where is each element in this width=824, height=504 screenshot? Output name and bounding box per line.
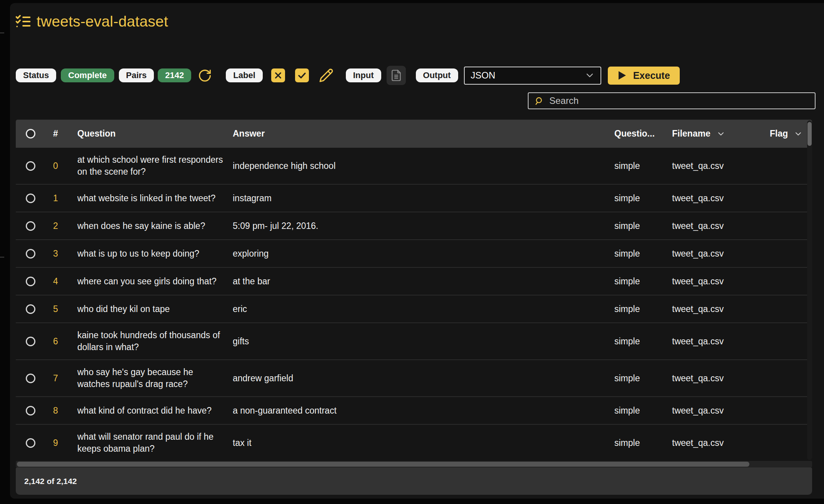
row-answer: tax it [233,437,614,449]
status-value-chip: Complete [61,68,114,82]
row-index: 5 [45,303,77,315]
row-question: where can you see girls doing that? [77,275,233,287]
row-select-radio[interactable] [26,374,35,383]
row-question-type: simple [614,192,672,204]
table-row[interactable]: 5 who did they kil on tape eric simple t… [16,295,812,322]
row-question: when does he say kaine is able? [77,220,233,232]
row-filename: tweet_qa.csv [672,160,770,172]
row-index: 1 [45,192,77,204]
label-clear-button[interactable] [271,68,285,82]
row-question-type: simple [614,275,672,287]
horizontal-scrollbar[interactable] [16,461,812,467]
row-select-radio[interactable] [26,406,35,416]
table-row[interactable]: 7 who say he's gay because he watches ru… [16,359,812,396]
row-answer: a non-guaranteed contract [233,405,614,417]
row-answer: gifts [233,335,614,347]
row-select-radio[interactable] [26,161,35,171]
input-label-chip: Input [346,68,381,82]
row-index: 3 [45,248,77,260]
column-header-filename[interactable]: Filename [672,129,770,139]
row-question: who did they kil on tape [77,303,233,315]
table-body: 0 at which school were first responders … [16,148,812,461]
search-row [528,92,816,109]
row-question: kaine took hundreds of thousands of doll… [77,329,233,353]
row-filename: tweet_qa.csv [672,192,770,204]
column-header-question-type: Questio... [614,129,672,139]
column-header-index: # [45,129,77,139]
row-question: what kind of contract did he have? [77,405,233,417]
output-label-chip: Output [416,68,458,82]
row-select-radio[interactable] [26,249,35,259]
rail-tick [0,257,4,258]
status-label-chip: Status [16,68,56,82]
label-apply-button[interactable] [295,68,309,82]
toolbar: Status Complete Pairs 2142 Label [16,66,680,85]
row-filename: tweet_qa.csv [672,303,770,315]
search-box[interactable] [528,92,816,109]
row-filename: tweet_qa.csv [672,405,770,417]
row-question-type: simple [614,220,672,232]
row-question: what website is linked in the tweet? [77,192,233,204]
row-select-radio[interactable] [26,304,35,314]
table-header: # Question Answer Questio... Filename Fl… [16,120,812,148]
row-count: 2,142 of 2,142 [24,477,77,486]
row-select-radio[interactable] [26,221,35,231]
table-footer: 2,142 of 2,142 [16,467,812,495]
row-select-radio[interactable] [26,277,35,286]
table-row[interactable]: 2 when does he say kaine is able? 5:09 p… [16,212,812,239]
row-question: what will senator rand paul do if he kee… [77,431,233,455]
column-header-flag-label: Flag [770,129,788,139]
row-index: 7 [45,372,77,384]
pairs-value-chip: 2142 [158,68,191,82]
vertical-scrollbar[interactable] [807,120,812,460]
row-question-type: simple [614,372,672,384]
vertical-scrollbar-thumb[interactable] [807,122,812,146]
row-question: at which school were first responders on… [77,154,233,178]
row-index: 8 [45,405,77,417]
table-row[interactable]: 1 what website is linked in the tweet? i… [16,184,812,212]
row-filename: tweet_qa.csv [672,372,770,384]
column-header-filename-label: Filename [672,129,711,139]
row-question: what is up to us to keep doing? [77,248,233,260]
row-select-radio[interactable] [26,438,35,448]
table-row[interactable]: 8 what kind of contract did he have? a n… [16,396,812,424]
execute-button[interactable]: Execute [608,67,680,85]
check-icon [297,71,307,80]
output-format-select[interactable]: JSON [464,67,601,85]
row-question-type: simple [614,303,672,315]
row-answer: andrew garfield [233,372,614,384]
chevron-down-icon [584,70,595,81]
row-question-type: simple [614,160,672,172]
row-answer: at the bar [233,275,614,287]
row-select-radio[interactable] [26,337,35,346]
row-select-radio[interactable] [26,194,35,203]
refresh-icon[interactable] [198,68,212,83]
row-filename: tweet_qa.csv [672,220,770,232]
x-icon [274,71,282,80]
row-filename: tweet_qa.csv [672,437,770,449]
rail-tick [0,32,4,33]
row-answer: eric [233,303,614,315]
column-header-flag[interactable]: Flag [770,129,807,139]
row-answer: 5:09 pm- jul 22, 2016. [233,220,614,232]
search-icon [534,96,544,106]
table-row[interactable]: 3 what is up to us to keep doing? explor… [16,239,812,267]
row-answer: exploring [233,248,614,260]
row-question-type: simple [614,405,672,417]
row-answer: instagram [233,192,614,204]
table-row[interactable]: 4 where can you see girls doing that? at… [16,267,812,295]
search-input[interactable] [549,95,809,106]
input-file-button[interactable] [387,66,406,85]
chevron-down-icon [716,129,726,139]
row-question-type: simple [614,248,672,260]
select-all-radio[interactable] [26,129,35,139]
row-answer: independence high school [233,160,614,172]
label-label-chip: Label [226,68,262,82]
pencil-icon[interactable] [319,68,334,83]
play-icon [617,70,627,80]
table-row[interactable]: 9 what will senator rand paul do if he k… [16,424,812,461]
horizontal-scrollbar-thumb[interactable] [17,462,749,467]
table-row[interactable]: 6 kaine took hundreds of thousands of do… [16,322,812,359]
titlebar: tweets-eval-dataset [15,13,168,30]
table-row[interactable]: 0 at which school were first responders … [16,148,812,184]
